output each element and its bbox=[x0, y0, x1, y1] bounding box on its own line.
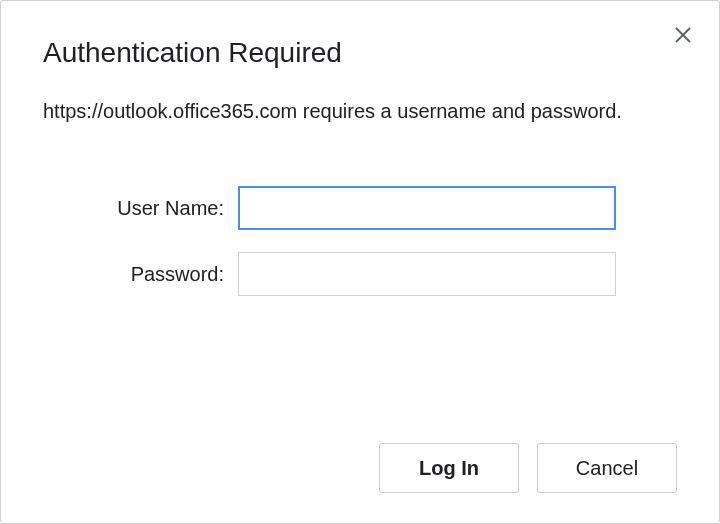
password-label: Password: bbox=[43, 263, 238, 286]
cancel-button[interactable]: Cancel bbox=[537, 443, 677, 493]
dialog-message: https://outlook.office365.com requires a… bbox=[43, 97, 643, 126]
password-row: Password: bbox=[43, 252, 677, 296]
close-button[interactable] bbox=[673, 25, 693, 45]
close-icon bbox=[673, 31, 693, 48]
username-label: User Name: bbox=[43, 197, 238, 220]
username-input[interactable] bbox=[238, 186, 616, 230]
dialog-title: Authentication Required bbox=[43, 37, 677, 69]
button-row: Log In Cancel bbox=[379, 443, 677, 493]
auth-dialog: Authentication Required https://outlook.… bbox=[0, 0, 720, 524]
username-row: User Name: bbox=[43, 186, 677, 230]
login-button[interactable]: Log In bbox=[379, 443, 519, 493]
password-input[interactable] bbox=[238, 252, 616, 296]
